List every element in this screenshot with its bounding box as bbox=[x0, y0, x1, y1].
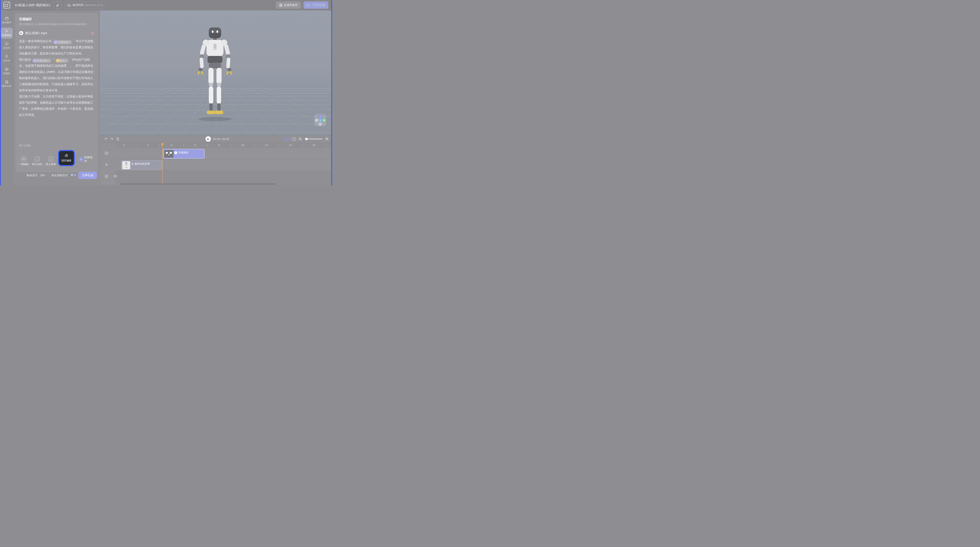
undo-icon[interactable]: ↶ bbox=[105, 137, 107, 141]
editor-text-run: 我们提供 bbox=[19, 58, 32, 61]
sidebar-item-audio-arrange[interactable]: 音频编排 bbox=[1, 27, 13, 38]
clapperboard-icon bbox=[5, 16, 9, 20]
fit-timeline-icon[interactable] bbox=[292, 137, 296, 141]
editor-text-run: 用于物流和仓储的自主移动机器人 (AMR)，以及为医疗和酒店业量身定制的服务机器… bbox=[19, 64, 94, 92]
time-display: 00:00 / 00:30 bbox=[213, 137, 229, 141]
gem-cost: 0 bbox=[70, 174, 76, 177]
sidebar-item-label: 我的任务 bbox=[2, 85, 12, 88]
deploy-to-device-button[interactable]: 下发到设备 bbox=[304, 2, 328, 9]
timeline[interactable]: 0f2f4f6f8f10f12f14f16f '''''' ☺ 害羞微笑 超帅走… bbox=[100, 143, 332, 185]
expression-tag[interactable]: ☺哈哈大笑(10s)× bbox=[32, 59, 51, 63]
zoom-out-icon[interactable] bbox=[299, 137, 302, 141]
screen-border-right bbox=[331, 0, 332, 185]
robot-face-icon bbox=[5, 42, 9, 46]
char-counter: 52 / 1,000 bbox=[19, 144, 95, 147]
rename-project-button[interactable] bbox=[54, 1, 61, 9]
redo-icon[interactable]: ↷ bbox=[110, 137, 113, 141]
action-clip[interactable]: 超帅走路姿势 bbox=[121, 160, 162, 170]
one-key-arrange-button[interactable]: AI 一键编排 bbox=[19, 156, 29, 166]
synthesize-save-button[interactable]: 合成并保存 bbox=[276, 2, 301, 9]
sidebar-item-my-tasks[interactable]: 我的任务 bbox=[1, 78, 13, 89]
expression-clip[interactable]: '''''' ☺ 害羞微笑 bbox=[163, 149, 205, 159]
action-tag[interactable]: ★弯腰(5s)× bbox=[56, 59, 68, 63]
remove-tag-icon[interactable]: × bbox=[69, 40, 70, 44]
panel-title: 音频编排 bbox=[19, 17, 95, 21]
synthesize-save-label: 合成并保存 bbox=[284, 3, 298, 7]
remove-tag-icon[interactable]: × bbox=[48, 59, 50, 62]
expression-tag[interactable]: ☺哈哈大笑(10s)× bbox=[53, 40, 72, 44]
audio-arrange-panel: 音频编排 通过音频处理，生成音频素材以及融合动作和表情的音频编排素材 ▶ 默认名… bbox=[13, 10, 100, 185]
robot-model bbox=[186, 18, 243, 123]
sidebar-item-action-library[interactable]: 动作库 bbox=[1, 53, 13, 64]
ruler-label: 8f bbox=[218, 144, 220, 147]
scene-viewport[interactable]: Z Y X bbox=[100, 10, 332, 135]
gizmo-axis-y[interactable]: Y bbox=[318, 119, 322, 122]
span-bracket: 「 bbox=[73, 40, 76, 43]
rhythm-motion-toggle[interactable]: ✓ 韵律动作 bbox=[80, 156, 95, 163]
footer-divider: | bbox=[48, 174, 48, 177]
checkbox-checked-icon[interactable]: ✓ bbox=[80, 158, 83, 161]
save-time-value: 26/01/03 12:01 bbox=[85, 3, 103, 7]
play-audio-button[interactable]: ▶ bbox=[19, 31, 23, 35]
editor-text[interactable]: 这是一家全球领先的公司 ☺哈哈大笑(10s)×「专注于先进机器人系统的设计、制造… bbox=[19, 38, 95, 142]
left-nav: 动作模仿 音频编排 表情库 动作库 音频库 我的任务 bbox=[0, 10, 13, 185]
task-list-icon bbox=[5, 80, 9, 84]
span-bracket: 「 bbox=[69, 58, 72, 61]
editor-actions-row: AI 一键编排 ♪ 插入动作 ☺ 插入表情 清空编排 ✓ 韵律动作 bbox=[19, 150, 95, 166]
timeline-ruler[interactable]: 0f2f4f6f8f10f12f14f16f bbox=[100, 143, 332, 148]
sidebar-item-motion-mimic[interactable]: 动作模仿 bbox=[1, 15, 13, 26]
speaker-icon[interactable] bbox=[113, 175, 117, 178]
delete-clip-icon[interactable] bbox=[116, 137, 119, 141]
editor-text-run: 这是一家全球领先的公司 bbox=[19, 40, 52, 43]
expression-face-icon: ☺ bbox=[54, 40, 57, 44]
top-bar: A1机器人动作-我的项目1 保存时间 26/01/03 12:01 合成并保存 … bbox=[0, 0, 332, 10]
sidebar-item-audio-library[interactable]: 音频库 bbox=[1, 66, 13, 77]
gizmo-axis-neg-z[interactable] bbox=[318, 123, 322, 126]
view-gizmo[interactable]: Z Y X bbox=[314, 114, 326, 126]
expression-track-row[interactable] bbox=[115, 148, 332, 159]
audio-track-row[interactable] bbox=[115, 171, 332, 182]
sidebar-item-label: 动作库 bbox=[3, 59, 10, 62]
sparkle-icon bbox=[5, 29, 9, 33]
editor-text-run: 我们致力于创新，大力投资于研发，以突破人机协作和机器学习的界限。创新机器人公司助… bbox=[19, 95, 93, 116]
span-bracket: 」 bbox=[57, 46, 60, 49]
playhead[interactable] bbox=[162, 143, 163, 184]
generate-now-label: 立即生成 bbox=[82, 174, 93, 177]
span-bracket: 」 bbox=[72, 64, 75, 67]
insert-expression-button[interactable]: ☺ 插入表情 bbox=[46, 156, 56, 166]
gizmo-axis-z[interactable]: Z bbox=[318, 115, 322, 118]
face-icon: ☺ bbox=[48, 156, 53, 161]
gem-icon bbox=[70, 174, 73, 177]
ai-icon: AI bbox=[21, 156, 26, 161]
generate-footer: 剩余灵石 300 | 本次消耗灵石 0 立即生成 bbox=[13, 165, 100, 185]
timeline-horizontal-scrollbar[interactable] bbox=[121, 183, 275, 185]
sidebar-item-label: 音频库 bbox=[3, 72, 10, 75]
app-logo-icon bbox=[3, 2, 10, 8]
insert-action-button[interactable]: ♪ 插入动作 bbox=[32, 156, 42, 166]
play-button[interactable]: ▶ bbox=[205, 136, 211, 142]
timeline-zoom-slider[interactable] bbox=[305, 139, 323, 139]
clear-icon bbox=[64, 153, 68, 158]
pencil-icon bbox=[56, 3, 59, 7]
ruler-label: 12f bbox=[265, 144, 268, 147]
expression-thumbnail: '''''' bbox=[164, 150, 173, 158]
snap-toggle-icon[interactable] bbox=[285, 137, 289, 141]
audio-arrange-card: 音频编排 通过音频处理，生成音频素材以及融合动作和表情的音频编排素材 ▶ 默认名… bbox=[15, 13, 98, 172]
ruler-label: 4f bbox=[171, 144, 172, 147]
clear-arrange-button[interactable]: 清空编排 bbox=[58, 150, 75, 166]
deploy-to-device-label: 下发到设备 bbox=[312, 3, 325, 7]
gizmo-axis-neg-x[interactable] bbox=[315, 119, 318, 122]
zoom-in-icon[interactable] bbox=[325, 137, 329, 141]
sidebar-item-expression-library[interactable]: 表情库 bbox=[1, 40, 13, 51]
walking-person-icon bbox=[131, 163, 134, 165]
audio-track-icon bbox=[105, 175, 108, 178]
delete-audio-icon[interactable] bbox=[91, 31, 94, 35]
expression-clip-label: 害羞微笑 bbox=[178, 151, 188, 155]
action-clip-label: 超帅走路姿势 bbox=[135, 162, 150, 166]
cloud-check-icon bbox=[67, 3, 71, 6]
gizmo-axis-x[interactable]: X bbox=[322, 119, 326, 122]
generate-now-button[interactable]: 立即生成 bbox=[78, 172, 97, 179]
ruler-tick bbox=[136, 145, 136, 147]
remove-tag-icon[interactable]: × bbox=[66, 59, 67, 62]
zoom-slider-knob[interactable] bbox=[305, 138, 308, 140]
